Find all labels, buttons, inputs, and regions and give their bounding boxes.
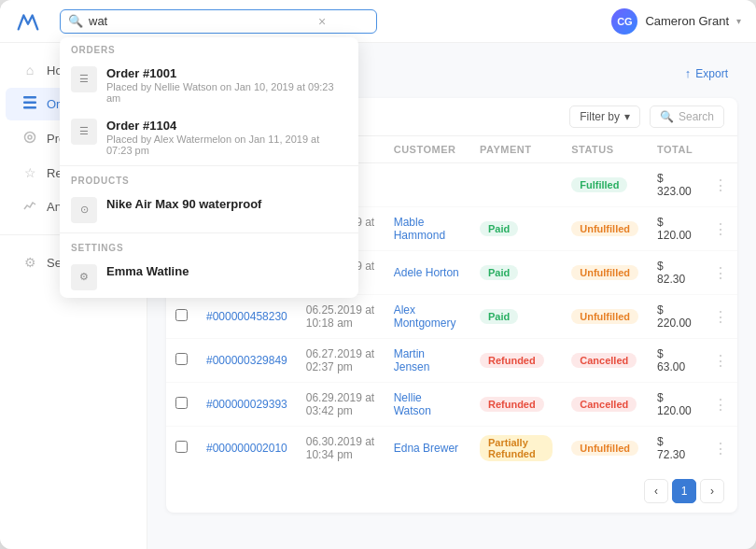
row-checkbox-cell (166, 383, 197, 427)
search-input[interactable] (89, 14, 313, 28)
export-button[interactable]: ↑ Export (676, 62, 737, 85)
dropdown-order-text-2: Order #1104 Placed by Alex Watermelon on… (106, 119, 347, 156)
status-badge: Unfulfilled (571, 221, 638, 236)
row-actions-cell: ⋮ (704, 207, 737, 251)
row-checkbox-cell (166, 427, 197, 471)
order-customer[interactable]: Adele Horton (385, 251, 470, 295)
dropdown-order-item-2[interactable]: ☰ Order #1104 Placed by Alex Watermelon … (60, 111, 358, 163)
order-number[interactable]: #000000029393 (197, 383, 297, 427)
analytics-icon (22, 199, 37, 215)
col-actions (704, 136, 737, 163)
app-logo (15, 8, 45, 35)
order-status: Fulfilled (562, 163, 648, 207)
order-payment: Paid (470, 207, 562, 251)
order-status: Unfulfilled (562, 251, 648, 295)
svg-point-4 (28, 135, 32, 139)
filter-button[interactable]: Filter by ▾ (569, 106, 640, 128)
row-checkbox-cell (166, 295, 197, 339)
pagination-current[interactable]: 1 (672, 479, 696, 503)
row-actions-cell: ⋮ (704, 383, 737, 427)
row-actions-cell: ⋮ (704, 427, 737, 471)
order-customer[interactable]: Mable Hammond (385, 207, 470, 251)
svg-point-3 (25, 133, 35, 143)
payment-badge: Paid (480, 265, 518, 280)
table-row: #000000458230 06.25.2019 at 10:18 am Ale… (166, 295, 737, 339)
order-status: Unfulfilled (562, 295, 648, 339)
settings-section-label: SETTINGS (60, 235, 358, 257)
status-badge: Cancelled (571, 397, 637, 412)
order-total: $ 120.00 (648, 383, 704, 427)
order-payment: Paid (470, 251, 562, 295)
order-date: 06.30.2019 at 10:34 pm (297, 427, 385, 471)
order-number[interactable]: #000000458230 (197, 295, 297, 339)
dropdown-order-item[interactable]: ☰ Order #1001 Placed by Nellie Watson on… (60, 59, 358, 111)
row-more-icon[interactable]: ⋮ (713, 265, 728, 281)
order-date: 06.25.2019 at 10:18 am (297, 295, 385, 339)
order-customer[interactable] (385, 163, 470, 207)
dropdown-divider-2 (60, 232, 358, 233)
user-section[interactable]: CG Cameron Grant ▾ (611, 8, 741, 35)
table-search[interactable]: 🔍 Search (650, 106, 724, 128)
status-badge: Unfulfilled (571, 309, 638, 324)
svg-rect-0 (23, 96, 36, 99)
order-status: Unfulfilled (562, 427, 648, 471)
order-total: $ 220.00 (648, 295, 704, 339)
order-total: $ 72.30 (648, 427, 704, 471)
order-customer[interactable]: Edna Brewer (385, 427, 470, 471)
row-checkbox[interactable] (175, 397, 188, 409)
row-more-icon[interactable]: ⋮ (713, 177, 728, 193)
row-more-icon[interactable]: ⋮ (713, 353, 728, 369)
row-checkbox[interactable] (175, 441, 188, 453)
row-more-icon[interactable]: ⋮ (713, 309, 728, 325)
payment-badge: Partially Refunded (480, 435, 553, 461)
dropdown-product-text: Nike Air Max 90 waterproof (106, 197, 261, 211)
order-customer[interactable]: Alex Montgomery (385, 295, 470, 339)
order-payment (470, 163, 562, 207)
row-actions-cell: ⋮ (704, 163, 737, 207)
orders-section-label: ORDERS (60, 37, 358, 59)
table-row: #000000329849 06.27.2019 at 02:37 pm Mar… (166, 339, 737, 383)
order-number[interactable]: #000000002010 (197, 427, 297, 471)
product-title: Nike Air Max 90 waterproof (106, 197, 261, 211)
dropdown-settings-item[interactable]: ⚙ Emma Watline (60, 257, 358, 298)
order-total: $ 63.00 (648, 339, 704, 383)
row-checkbox[interactable] (175, 353, 188, 365)
search-dropdown: ORDERS ☰ Order #1001 Placed by Nellie Wa… (60, 37, 358, 298)
order-number[interactable]: #000000329849 (197, 339, 297, 383)
order-status: Cancelled (562, 339, 648, 383)
user-name: Cameron Grant (645, 14, 729, 28)
order-icon: ☰ (71, 66, 97, 92)
row-more-icon[interactable]: ⋮ (713, 441, 728, 457)
dropdown-product-item[interactable]: ⊙ Nike Air Max 90 waterproof (60, 190, 358, 231)
payment-badge: Refunded (480, 397, 544, 412)
row-checkbox-cell (166, 339, 197, 383)
row-checkbox[interactable] (175, 309, 188, 321)
row-more-icon[interactable]: ⋮ (713, 397, 728, 413)
status-badge: Fulfilled (571, 177, 627, 192)
search-clear-button[interactable]: × (318, 14, 326, 29)
filter-chevron-icon: ▾ (624, 110, 630, 123)
row-more-icon[interactable]: ⋮ (713, 221, 728, 237)
chevron-down-icon: ▾ (736, 16, 741, 26)
top-bar: 🔍 × ORDERS ☰ Order #1001 Placed by Nelli… (0, 0, 756, 43)
reviews-icon: ☆ (22, 165, 37, 180)
status-badge: Unfulfilled (571, 441, 638, 456)
pagination-prev[interactable]: ‹ (644, 479, 668, 503)
products-section-label: PRODUCTS (60, 168, 358, 190)
app-window: 🔍 × ORDERS ☰ Order #1001 Placed by Nelli… (0, 0, 756, 549)
dropdown-order-text: Order #1001 Placed by Nellie Watson on J… (106, 66, 347, 104)
order-customer[interactable]: Martin Jensen (385, 339, 470, 383)
table-search-icon: 🔍 (660, 110, 674, 123)
settings-title: Emma Watline (106, 264, 189, 278)
order-title-2: Order #1104 (106, 119, 347, 133)
order-payment: Refunded (470, 383, 562, 427)
order-total: $ 120.00 (648, 207, 704, 251)
order-payment: Paid (470, 295, 562, 339)
pagination-next[interactable]: › (700, 479, 724, 503)
order-customer[interactable]: Nellie Watson (385, 383, 470, 427)
col-status: STATUS (562, 136, 648, 163)
export-icon: ↑ (685, 66, 692, 80)
row-actions-cell: ⋮ (704, 339, 737, 383)
status-badge: Cancelled (571, 353, 637, 368)
order-payment: Partially Refunded (470, 427, 562, 471)
